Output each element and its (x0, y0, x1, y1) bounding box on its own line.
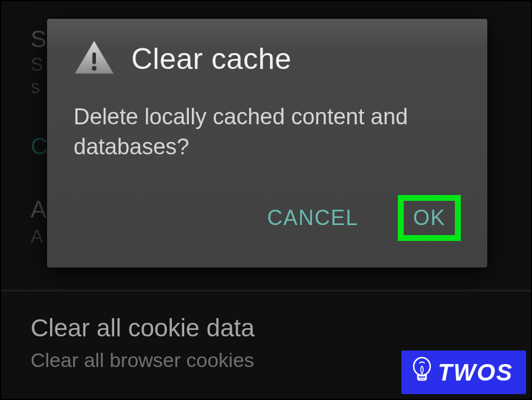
dialog-title: Clear cache (131, 42, 291, 76)
dialog-header: Clear cache (74, 39, 461, 78)
lightbulb-icon (410, 356, 434, 388)
badge-text: TWOS (438, 359, 513, 386)
ok-button-highlight: OK (398, 195, 461, 241)
dialog-message: Delete locally cached content and databa… (74, 102, 461, 163)
clear-cookie-title: Clear all cookie data (31, 312, 501, 345)
svg-point-1 (92, 66, 97, 71)
svg-rect-0 (92, 52, 96, 64)
twos-watermark-badge: TWOS (401, 351, 526, 394)
cancel-button[interactable]: CANCEL (260, 200, 365, 236)
ok-button[interactable]: OK (405, 202, 454, 234)
dialog-actions: CANCEL OK (74, 195, 461, 241)
warning-triangle-icon (74, 39, 115, 78)
clear-cache-dialog: Clear cache Delete locally cached conten… (47, 19, 487, 267)
